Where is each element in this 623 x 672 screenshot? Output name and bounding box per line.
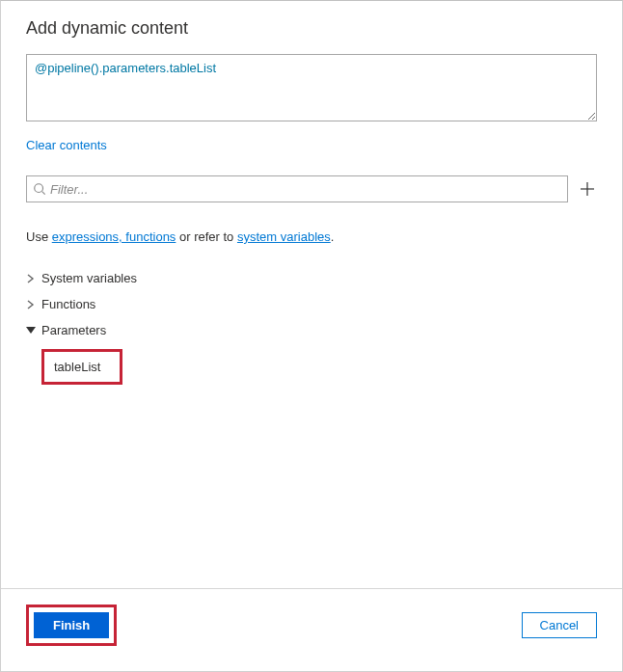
finish-button[interactable]: Finish [34, 612, 109, 638]
tree-section-parameters[interactable]: Parameters [26, 317, 597, 343]
highlight-annotation: tableList [41, 349, 122, 385]
help-suffix: . [331, 229, 335, 244]
highlight-annotation: Finish [26, 605, 117, 646]
tree-section-label: Parameters [41, 323, 106, 337]
cancel-button[interactable]: Cancel [522, 612, 597, 638]
svg-point-0 [35, 184, 43, 193]
expressions-functions-link[interactable]: expressions, functions [52, 229, 176, 244]
clear-contents-link[interactable]: Clear contents [26, 138, 107, 152]
expression-input[interactable] [26, 54, 597, 121]
tree-section-label: Functions [41, 297, 95, 311]
filter-input-wrap[interactable] [26, 175, 568, 202]
tree-section-system-variables[interactable]: System variables [26, 265, 597, 291]
add-button[interactable] [578, 179, 597, 199]
help-prefix: Use [26, 229, 52, 244]
parameter-tablelist[interactable]: tableList [54, 360, 100, 374]
chevron-right-icon [26, 274, 36, 283]
chevron-right-icon [26, 300, 36, 309]
search-icon [33, 182, 46, 196]
chevron-down-icon [26, 326, 36, 336]
tree-item: tableList [41, 349, 597, 385]
help-text: Use expressions, functions or refer to s… [26, 229, 597, 244]
system-variables-link[interactable]: system variables [237, 229, 331, 244]
content-tree: System variables Functions Parameters ta… [26, 265, 597, 385]
help-middle: or refer to [176, 229, 237, 244]
svg-line-1 [42, 192, 45, 195]
tree-section-functions[interactable]: Functions [26, 291, 597, 317]
plus-icon [580, 181, 595, 197]
page-title: Add dynamic content [26, 18, 597, 39]
dialog-footer: Finish Cancel [1, 588, 622, 671]
tree-section-label: System variables [41, 271, 137, 285]
filter-input[interactable] [50, 182, 561, 197]
